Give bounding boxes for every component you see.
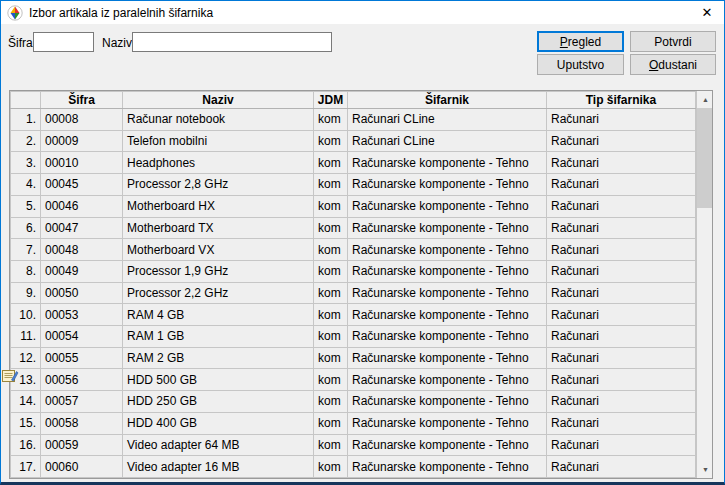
sifarnik-cell[interactable]: Računari CLine bbox=[348, 109, 547, 131]
sifarnik-cell[interactable]: Računarske komponente - Tehno bbox=[348, 434, 547, 456]
sifarnik-cell[interactable]: Računarske komponente - Tehno bbox=[348, 260, 547, 282]
sifra-cell[interactable]: 00046 bbox=[41, 195, 123, 217]
row-number-cell[interactable]: 15. bbox=[11, 412, 41, 434]
tip-sifarnika-cell[interactable]: Računari bbox=[547, 195, 696, 217]
jdm-cell[interactable]: kom bbox=[314, 412, 348, 434]
tip-sifarnika-cell[interactable]: Računari bbox=[547, 174, 696, 196]
sifarnik-cell[interactable]: Računarske komponente - Tehno bbox=[348, 369, 547, 391]
table-row[interactable]: 3.00010HeadphoneskomRačunarske komponent… bbox=[11, 152, 696, 174]
scroll-down-button[interactable]: ▼ bbox=[697, 461, 713, 478]
table-row[interactable]: 13.00056HDD 500 GBkomRačunarske komponen… bbox=[11, 369, 696, 391]
row-number-cell[interactable]: 2. bbox=[11, 130, 41, 152]
sifarnik-cell[interactable]: Računarske komponente - Tehno bbox=[348, 456, 547, 478]
row-number-cell[interactable]: 4. bbox=[11, 174, 41, 196]
row-number-cell[interactable]: 9. bbox=[11, 282, 41, 304]
sifra-cell[interactable]: 00053 bbox=[41, 304, 123, 326]
naziv-cell[interactable]: Headphones bbox=[123, 152, 314, 174]
sifra-cell[interactable]: 00045 bbox=[41, 174, 123, 196]
sifarnik-cell[interactable]: Računarske komponente - Tehno bbox=[348, 152, 547, 174]
tip-sifarnika-cell[interactable]: Računari bbox=[547, 109, 696, 131]
naziv-cell[interactable]: HDD 250 GB bbox=[123, 391, 314, 413]
row-number-cell[interactable]: 3. bbox=[11, 152, 41, 174]
row-number-cell[interactable]: 17. bbox=[11, 456, 41, 478]
jdm-cell[interactable]: kom bbox=[314, 239, 348, 261]
table-row[interactable]: 12.00055RAM 2 GBkomRačunarske komponente… bbox=[11, 347, 696, 369]
sifra-cell[interactable]: 00048 bbox=[41, 239, 123, 261]
sifra-cell[interactable]: 00055 bbox=[41, 347, 123, 369]
sifarnik-cell[interactable]: Računarske komponente - Tehno bbox=[348, 195, 547, 217]
sifra-cell[interactable]: 00058 bbox=[41, 412, 123, 434]
tip-sifarnika-cell[interactable]: Računari bbox=[547, 347, 696, 369]
row-number-cell[interactable]: 11. bbox=[11, 326, 41, 348]
naziv-cell[interactable]: Processor 1,9 GHz bbox=[123, 260, 314, 282]
naziv-cell[interactable]: Motherboard VX bbox=[123, 239, 314, 261]
table-row[interactable]: 2.00009Telefon mobilnikomRačunari CLineR… bbox=[11, 130, 696, 152]
column-header-naziv[interactable]: Naziv bbox=[123, 92, 314, 109]
table-row[interactable]: 14.00057HDD 250 GBkomRačunarske komponen… bbox=[11, 391, 696, 413]
naziv-cell[interactable]: Processor 2,8 GHz bbox=[123, 174, 314, 196]
potvrdi-button[interactable]: Potvrdi bbox=[630, 31, 716, 52]
table-row[interactable]: 7.00048Motherboard VXkomRačunarske kompo… bbox=[11, 239, 696, 261]
sifarnik-cell[interactable]: Računarske komponente - Tehno bbox=[348, 174, 547, 196]
sifarnik-cell[interactable]: Računarske komponente - Tehno bbox=[348, 326, 547, 348]
sifarnik-cell[interactable]: Računari CLine bbox=[348, 130, 547, 152]
row-number-cell[interactable]: 1. bbox=[11, 109, 41, 131]
naziv-cell[interactable]: Video adapter 16 MB bbox=[123, 456, 314, 478]
sifarnik-cell[interactable]: Računarske komponente - Tehno bbox=[348, 282, 547, 304]
row-number-cell[interactable]: 14. bbox=[11, 391, 41, 413]
jdm-cell[interactable]: kom bbox=[314, 434, 348, 456]
sifra-cell[interactable]: 00057 bbox=[41, 391, 123, 413]
table-row[interactable]: 15.00058HDD 400 GBkomRačunarske komponen… bbox=[11, 412, 696, 434]
jdm-cell[interactable]: kom bbox=[314, 130, 348, 152]
row-number-cell[interactable]: 16. bbox=[11, 434, 41, 456]
table-row[interactable]: 11.00054RAM 1 GBkomRačunarske komponente… bbox=[11, 326, 696, 348]
tip-sifarnika-cell[interactable]: Računari bbox=[547, 326, 696, 348]
naziv-cell[interactable]: Motherboard HX bbox=[123, 195, 314, 217]
sifra-cell[interactable]: 00056 bbox=[41, 369, 123, 391]
vertical-scrollbar[interactable]: ▲ ▼ bbox=[696, 91, 712, 478]
jdm-cell[interactable]: kom bbox=[314, 369, 348, 391]
jdm-cell[interactable]: kom bbox=[314, 347, 348, 369]
jdm-cell[interactable]: kom bbox=[314, 456, 348, 478]
jdm-cell[interactable]: kom bbox=[314, 195, 348, 217]
scrollbar-thumb[interactable] bbox=[697, 108, 713, 208]
scroll-up-button[interactable]: ▲ bbox=[697, 91, 713, 108]
column-header-jdm[interactable]: JDM bbox=[314, 92, 348, 109]
sifra-cell[interactable]: 00050 bbox=[41, 282, 123, 304]
naziv-cell[interactable]: RAM 4 GB bbox=[123, 304, 314, 326]
tip-sifarnika-cell[interactable]: Računari bbox=[547, 456, 696, 478]
tip-sifarnika-cell[interactable]: Računari bbox=[547, 412, 696, 434]
table-row[interactable]: 1.00008Računar notebookkomRačunari CLine… bbox=[11, 109, 696, 131]
tip-sifarnika-cell[interactable]: Računari bbox=[547, 391, 696, 413]
close-button[interactable]: ✕ bbox=[690, 1, 724, 24]
jdm-cell[interactable]: kom bbox=[314, 391, 348, 413]
column-header-sifarnik[interactable]: Šifarnik bbox=[348, 92, 547, 109]
jdm-cell[interactable]: kom bbox=[314, 260, 348, 282]
table-row[interactable]: 4.00045Processor 2,8 GHzkomRačunarske ko… bbox=[11, 174, 696, 196]
table-row[interactable]: 9.00050Processor 2,2 GHzkomRačunarske ko… bbox=[11, 282, 696, 304]
tip-sifarnika-cell[interactable]: Računari bbox=[547, 282, 696, 304]
sifra-cell[interactable]: 00049 bbox=[41, 260, 123, 282]
uputstvo-button[interactable]: Uputstvo bbox=[537, 54, 624, 75]
jdm-cell[interactable]: kom bbox=[314, 174, 348, 196]
row-number-cell[interactable]: 10. bbox=[11, 304, 41, 326]
column-header-sifra[interactable]: Šifra bbox=[41, 92, 123, 109]
naziv-input[interactable] bbox=[132, 32, 332, 52]
jdm-cell[interactable]: kom bbox=[314, 326, 348, 348]
jdm-cell[interactable]: kom bbox=[314, 109, 348, 131]
naziv-cell[interactable]: RAM 1 GB bbox=[123, 326, 314, 348]
sifra-cell[interactable]: 00059 bbox=[41, 434, 123, 456]
column-header-row-number[interactable] bbox=[11, 92, 41, 109]
table-row[interactable]: 17.00060Video adapter 16 MBkomRačunarske… bbox=[11, 456, 696, 478]
naziv-cell[interactable]: RAM 2 GB bbox=[123, 347, 314, 369]
row-number-cell[interactable]: 7. bbox=[11, 239, 41, 261]
odustani-button[interactable]: Odustani bbox=[630, 54, 716, 75]
naziv-cell[interactable]: HDD 500 GB bbox=[123, 369, 314, 391]
tip-sifarnika-cell[interactable]: Računari bbox=[547, 239, 696, 261]
tip-sifarnika-cell[interactable]: Računari bbox=[547, 152, 696, 174]
row-number-cell[interactable]: 5. bbox=[11, 195, 41, 217]
row-number-cell[interactable]: 12. bbox=[11, 347, 41, 369]
jdm-cell[interactable]: kom bbox=[314, 282, 348, 304]
sifarnik-cell[interactable]: Računarske komponente - Tehno bbox=[348, 347, 547, 369]
sifarnik-cell[interactable]: Računarske komponente - Tehno bbox=[348, 412, 547, 434]
